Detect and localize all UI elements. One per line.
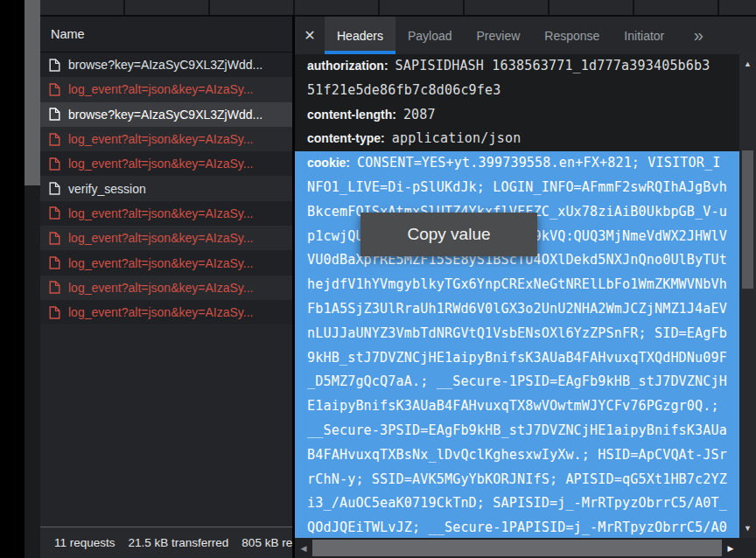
- details-tab-bar: ✕ HeadersPayloadPreviewResponseInitiator…: [295, 17, 756, 54]
- header-line: content-type:application/json: [295, 127, 739, 151]
- header-name: content-type:: [307, 131, 385, 145]
- request-row[interactable]: log_event?alt=json&key=AIzaSy...: [40, 77, 292, 101]
- resources-size: 805 kB resources: [242, 536, 292, 549]
- request-row[interactable]: browse?key=AIzaSyC9XL3ZjWdd...: [40, 102, 292, 127]
- tab-preview[interactable]: Preview: [465, 17, 533, 54]
- header-line: NFO1_LIVE=Di-pSlUKdJk; LOGIN_INFO=AFmmF2…: [295, 176, 739, 200]
- file-icon: [49, 108, 60, 121]
- header-value: SAPISIDHASH 1638563771_1d777a393405b6b3: [396, 58, 710, 73]
- header-entry-authorization[interactable]: authorization:SAPISIDHASH 1638563771_1d7…: [295, 54, 739, 103]
- request-row[interactable]: log_event?alt=json&key=AIzaSy...: [40, 151, 292, 176]
- request-label: log_event?alt=json&key=AIzaSy...: [68, 281, 253, 295]
- header-value: 2087: [403, 107, 436, 122]
- file-icon: [49, 157, 60, 171]
- header-line: 9kHB_stJ7DVZNCjHE1aipyBnifsK3AUaB4FAHvux…: [295, 346, 739, 371]
- devtools-network-panel: Name browse?key=AIzaSyC9XL3ZjWdd...log_e…: [0, 0, 756, 558]
- header-line: i3_/AuOC5eaK0719CkTnD; SAPISID=j_-MrRTpy…: [295, 492, 739, 516]
- tab-headers[interactable]: Headers: [325, 17, 396, 54]
- scroll-down-icon[interactable]: ▼: [739, 520, 756, 536]
- file-icon: [49, 281, 60, 294]
- horizontal-scrollbar-thumb[interactable]: [312, 540, 722, 556]
- request-row[interactable]: log_event?alt=json&key=AIzaSy...: [40, 250, 292, 275]
- header-line: content-length:2087: [295, 103, 739, 128]
- details-vertical-scrollbar[interactable]: ▲ ▼: [739, 54, 756, 538]
- file-icon: [49, 256, 60, 269]
- header-line: cookie:CONSENT=YES+yt.399739558.en+FX+82…: [295, 151, 739, 176]
- network-overview-strip: [40, 0, 756, 17]
- header-entry-content-length[interactable]: content-length:2087: [295, 103, 739, 128]
- header-name: content-length:: [307, 108, 396, 122]
- file-icon: [49, 232, 60, 245]
- header-line: 51f21e5de86fb7c8d06c9fe3: [295, 79, 739, 103]
- more-tabs-icon[interactable]: »: [687, 17, 710, 54]
- tabs-container: HeadersPayloadPreviewResponseInitiator: [325, 17, 676, 54]
- header-line: hejdfV1hYVmgyblkyTGx6YnpCRExNeGtNRElLbFo…: [295, 273, 739, 297]
- tab-response[interactable]: Response: [532, 17, 612, 54]
- header-entry-cookie[interactable]: cookie:CONSENT=YES+yt.399739558.en+FX+82…: [295, 151, 739, 538]
- request-label: log_event?alt=json&key=AIzaSy...: [68, 132, 253, 146]
- tab-initiator[interactable]: Initiator: [612, 17, 676, 54]
- header-line: Fb1A5SjZ3UlRraUh1RWd6V0lGX3o2UnU2NHA2WmJ…: [295, 297, 739, 322]
- header-line: QOdJQEiTWLvJZ; __Secure-1PAPISID=j_-MrRT…: [295, 516, 739, 538]
- headers-content: authorization:SAPISIDHASH 1638563771_1d7…: [295, 54, 739, 538]
- close-icon[interactable]: ✕: [295, 17, 325, 54]
- vertical-scrollbar-thumb[interactable]: [742, 150, 753, 289]
- header-name: authorization:: [307, 59, 388, 73]
- file-icon: [49, 206, 60, 220]
- scrollbar-corner: [739, 538, 756, 558]
- scroll-right-icon[interactable]: ▶: [722, 538, 739, 558]
- request-row[interactable]: log_event?alt=json&key=AIzaSy...: [40, 226, 292, 250]
- file-icon: [49, 83, 60, 96]
- copy-value-menu-item[interactable]: Copy value: [407, 225, 490, 244]
- request-row[interactable]: log_event?alt=json&key=AIzaSy...: [40, 276, 292, 300]
- header-entry-content-type[interactable]: content-type:application/json: [295, 127, 739, 151]
- request-list: browse?key=AIzaSyC9XL3ZjWdd...log_event?…: [40, 52, 292, 324]
- name-column-header[interactable]: Name: [40, 17, 292, 52]
- header-line: B4FAHvuxqTXBsNx_lDvQclKghesxwIyXw.; HSID…: [295, 443, 739, 468]
- outer-scrollbar-thumb[interactable]: [24, 0, 40, 185]
- file-icon: [49, 306, 60, 319]
- file-icon: [49, 59, 60, 72]
- scroll-up-icon[interactable]: ▲: [739, 56, 756, 72]
- scroll-left-icon[interactable]: ◀: [295, 538, 312, 558]
- request-label: log_event?alt=json&key=AIzaSy...: [68, 157, 253, 171]
- header-line: rChN-y; SSID=AVK5MGyYbKORJNIfS; APISID=q…: [295, 468, 739, 492]
- header-line: _D5MZ7gQcQ7aA.; __Secure-1PSID=EAgFb9kHB…: [295, 370, 739, 394]
- transferred-size: 21.5 kB transferred: [129, 536, 229, 549]
- request-details-panel: ✕ HeadersPayloadPreviewResponseInitiator…: [295, 17, 756, 558]
- file-icon: [49, 133, 60, 146]
- details-horizontal-scrollbar[interactable]: ◀ ▶: [295, 538, 739, 558]
- header-line: __Secure-3PSID=EAgFb9kHB_stJ7DVZNCjHE1ai…: [295, 419, 739, 443]
- tab-payload[interactable]: Payload: [396, 17, 465, 54]
- request-label: browse?key=AIzaSyC9XL3ZjWdd...: [68, 58, 262, 72]
- outer-vertical-scrollbar[interactable]: [24, 0, 40, 558]
- request-label: log_event?alt=json&key=AIzaSy...: [68, 305, 253, 319]
- header-line: E1aipyBnifsK3AUaB4FAHvuxqTX8wVOwtmWJYCFv…: [295, 394, 739, 419]
- request-row[interactable]: log_event?alt=json&key=AIzaSy...: [40, 127, 292, 151]
- request-label: verify_session: [68, 182, 146, 196]
- request-label: log_event?alt=json&key=AIzaSy...: [68, 206, 253, 220]
- header-value: application/json: [392, 130, 522, 146]
- context-menu: Copy value: [360, 213, 537, 256]
- request-label: browse?key=AIzaSyC9XL3ZjWdd...: [68, 108, 262, 122]
- request-label: log_event?alt=json&key=AIzaSy...: [68, 82, 253, 96]
- request-row[interactable]: verify_session: [40, 176, 292, 200]
- header-name: cookie:: [307, 156, 350, 170]
- request-row[interactable]: browse?key=AIzaSyC9XL3ZjWdd...: [40, 52, 292, 77]
- request-label: log_event?alt=json&key=AIzaSy...: [68, 231, 253, 245]
- file-icon: [49, 182, 60, 195]
- request-list-empty-area: [40, 324, 292, 527]
- header-line: nLUJJaUNYZ3VmbTdNRGVtQ1VsbENsOXl6YzZPSnF…: [295, 322, 739, 346]
- request-row[interactable]: log_event?alt=json&key=AIzaSy...: [40, 300, 292, 324]
- network-status-bar: 11 requests 21.5 kB transferred 805 kB r…: [40, 527, 292, 558]
- header-value: CONSENT=YES+yt.399739558.en+FX+821; VISI…: [357, 155, 720, 171]
- request-list-panel: Name browse?key=AIzaSyC9XL3ZjWdd...log_e…: [40, 17, 292, 558]
- request-count: 11 requests: [54, 536, 116, 549]
- request-label: log_event?alt=json&key=AIzaSy...: [68, 256, 253, 270]
- request-row[interactable]: log_event?alt=json&key=AIzaSy...: [40, 201, 292, 226]
- header-line: authorization:SAPISIDHASH 1638563771_1d7…: [295, 54, 739, 79]
